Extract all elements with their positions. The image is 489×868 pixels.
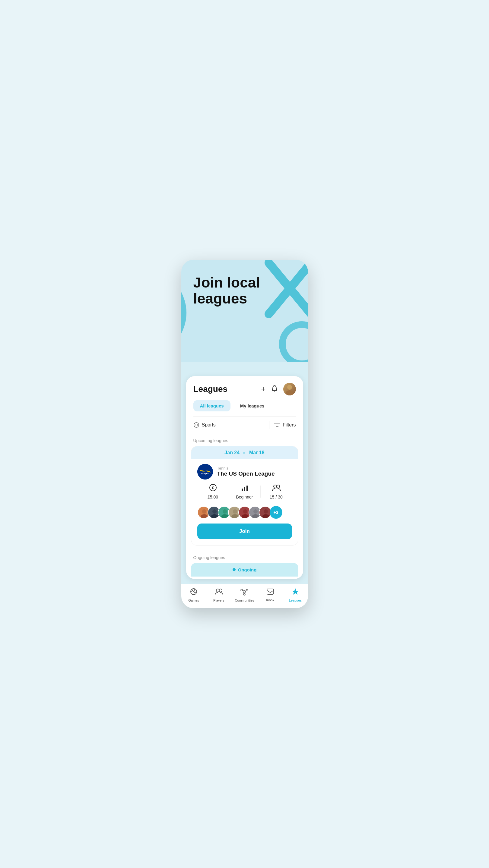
league-name: The US Open League (217, 470, 292, 477)
svg-rect-15 (247, 486, 248, 491)
league-stats: £ £5.00 Beginner (191, 479, 298, 504)
league-card-us-open: Jan 24 » Mar 18 us open Tennis The US Op… (191, 446, 298, 546)
header-actions: + (261, 383, 296, 396)
inbox-label: Inbox (266, 598, 274, 602)
filter-icon (274, 423, 280, 427)
price-icon: £ (209, 484, 217, 493)
stat-price: £ £5.00 (197, 484, 229, 499)
hero-title-section: Join local leagues (181, 260, 308, 316)
card-header: Leagues + (186, 376, 303, 396)
filters-label: Filters (283, 422, 296, 428)
svg-point-44 (246, 589, 248, 591)
svg-point-42 (243, 590, 246, 593)
date-arrow: » (243, 450, 246, 455)
svg-point-45 (243, 593, 245, 595)
date-banner: Jan 24 » Mar 18 (191, 446, 298, 459)
nav-players[interactable]: Players (210, 588, 228, 602)
date-start: Jan 24 (225, 450, 239, 456)
upcoming-section-label: Upcoming leagues (186, 433, 303, 446)
tab-all-leagues[interactable]: All leagues (193, 400, 230, 411)
tennis-icon (193, 422, 199, 428)
svg-point-22 (212, 509, 217, 514)
ongoing-section: Ongoing leagues Ongoing (186, 550, 303, 579)
svg-point-34 (253, 509, 258, 514)
ongoing-dot (233, 568, 236, 571)
nav-games[interactable]: Games (184, 588, 203, 602)
ongoing-banner: Ongoing (191, 563, 298, 577)
svg-point-3 (287, 385, 292, 390)
leagues-icon (291, 588, 299, 597)
league-info: us open Tennis The US Open League (191, 459, 298, 479)
svg-point-17 (277, 485, 280, 488)
svg-point-4 (286, 390, 293, 396)
nav-inbox[interactable]: Inbox (261, 588, 279, 602)
sports-filter[interactable]: Sports (193, 422, 264, 428)
inbox-icon (266, 588, 274, 597)
ongoing-label: Ongoing (238, 567, 257, 572)
ongoing-section-label: Ongoing leagues (186, 550, 303, 563)
level-label: Beginner (236, 495, 253, 499)
bottom-nav: Games Players (181, 584, 308, 608)
games-icon (190, 588, 198, 597)
svg-point-19 (202, 509, 206, 514)
nav-communities[interactable]: Communities (235, 588, 254, 602)
svg-point-2 (282, 324, 308, 362)
main-card: Leagues + (186, 376, 303, 579)
svg-text:us open: us open (201, 472, 209, 475)
svg-text:£: £ (212, 486, 214, 490)
phone-frame: Join local leagues Leagues + (181, 260, 308, 608)
players-label: Players (213, 598, 225, 602)
svg-point-9 (197, 464, 213, 479)
svg-point-31 (243, 509, 247, 514)
notification-button[interactable] (271, 384, 278, 394)
sports-filter-label: Sports (202, 422, 216, 428)
stat-slots: 15 / 30 (261, 484, 292, 499)
stat-level: Beginner (229, 484, 260, 499)
league-logo: us open (197, 464, 213, 479)
level-icon (241, 484, 249, 493)
players-row: +3 (191, 504, 298, 524)
svg-point-5 (194, 423, 199, 427)
slots-icon (272, 484, 281, 493)
add-button[interactable]: + (261, 384, 265, 394)
slots-label: 15 / 30 (270, 495, 283, 499)
filter-bar: Sports Filters (186, 416, 303, 433)
filters-button[interactable]: Filters (274, 422, 296, 428)
communities-icon (240, 588, 248, 597)
players-icon (214, 588, 223, 597)
svg-rect-13 (242, 489, 243, 491)
communities-label: Communities (235, 598, 254, 602)
nav-leagues[interactable]: Leagues (286, 588, 305, 602)
svg-point-37 (264, 509, 268, 514)
league-name-group: Tennis The US Open League (217, 466, 292, 477)
svg-point-43 (241, 589, 242, 591)
svg-point-16 (274, 485, 277, 488)
svg-rect-49 (267, 589, 274, 594)
league-sport: Tennis (217, 466, 292, 470)
svg-point-28 (233, 509, 237, 514)
more-players-badge: +3 (270, 506, 282, 519)
tabs: All leagues My leagues (186, 396, 303, 416)
price-label: £5.00 (207, 495, 218, 499)
svg-rect-14 (244, 487, 245, 491)
date-end: Mar 18 (249, 450, 264, 456)
hero-title: Join local leagues (193, 275, 296, 307)
leagues-label: Leagues (289, 598, 302, 602)
card-title: Leagues (193, 384, 228, 394)
filter-divider (269, 421, 269, 429)
tab-my-leagues[interactable]: My leagues (233, 400, 271, 411)
user-avatar[interactable] (283, 383, 296, 396)
join-button[interactable]: Join (197, 524, 292, 539)
games-label: Games (188, 598, 199, 602)
svg-point-25 (223, 509, 227, 514)
